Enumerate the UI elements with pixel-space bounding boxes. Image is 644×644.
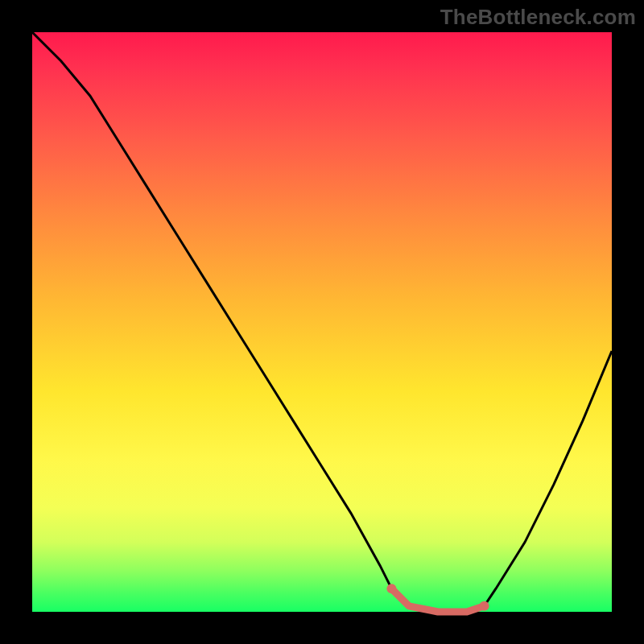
plot-area (32, 32, 612, 612)
curve-line (32, 32, 612, 612)
chart-container: TheBottleneck.com (0, 0, 644, 644)
line-plot-svg (32, 32, 612, 612)
marker-dot (480, 601, 489, 611)
marker-dot (386, 584, 396, 593)
marker-segment (391, 588, 484, 612)
watermark-text: TheBottleneck.com (440, 5, 636, 30)
